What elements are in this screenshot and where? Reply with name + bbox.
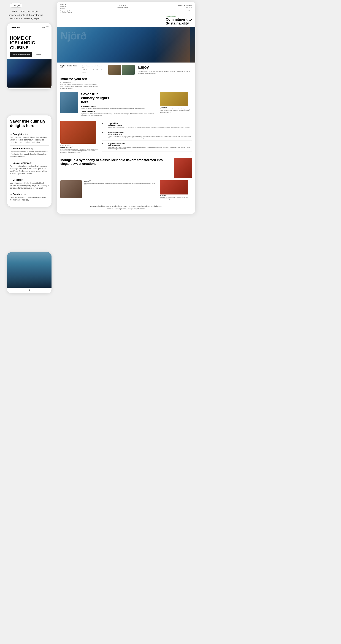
dessert-food-image — [60, 180, 82, 198]
features-right: 01 Sustainabilityand Local Sourcing Our … — [102, 120, 192, 153]
enjoy-desc: a variety of expertly prepared meals tha… — [138, 70, 192, 74]
immerse-desc: From the hearty lamb stew kjötsúpa, to t… — [60, 84, 100, 89]
enjoy-section: Enjoy a variety of expertly prepared mea… — [138, 65, 192, 74]
location-icon: ☉ — [42, 26, 45, 29]
cold-platter-title: → Cold platter [15] — [10, 133, 49, 136]
feature-item-3: 03 Attention to Presentationand Atmosphe… — [102, 141, 192, 152]
sweet-title: Indulge in a symphony of classic Iceland… — [60, 158, 171, 166]
menu-images — [108, 65, 134, 75]
dessert-desc: Each dish is thoughtfully designed to bl… — [84, 182, 157, 186]
hero-building — [154, 27, 190, 62]
locals-desc: Experience the dishes cherished by Icela… — [10, 165, 49, 175]
feature-label: Locals' favorites™ — [60, 145, 100, 146]
cold-platter-desc: Savor the freshness with this section, o… — [10, 136, 49, 144]
sust-title: Commitment toSustainability — [166, 18, 192, 25]
mobile-hero-image — [7, 59, 52, 88]
sweet-left: Indulge in a symphony of classic Iceland… — [60, 158, 171, 167]
dessert-label: Dessert™ — [84, 180, 157, 182]
nav-menu[interactable]: Menu — [188, 10, 192, 13]
menu-explore-title: Explore Njord's Menu — [60, 65, 78, 67]
nav-contacts[interactable]: Contacts — [178, 6, 192, 8]
locals-title: → Locals' favorites [9] — [10, 162, 49, 164]
savor-food-image — [60, 92, 78, 113]
desktop-mockup: Home of Icelandic cuisine 2015–2024 Evok… — [57, 2, 195, 214]
feature-num-3: 03 — [102, 142, 106, 150]
features-section: Locals' favorites™ Locals' favorites™ Ex… — [57, 119, 195, 156]
card3-hero-image — [7, 252, 52, 288]
feature-content-3: Attention to Presentationand Atmosphere … — [108, 142, 192, 150]
trad-meals-desc: Explore the essence of Iceland with our … — [10, 150, 49, 158]
nav-legacy: Legacy of Njord: A Culinary Odyssey — [60, 10, 72, 13]
mobile-mockup-1: NJÖRÐR ☉ ☰ HOME OF ICELANDIC CUISINE Mak… — [7, 23, 52, 89]
menu-year: 2024 — [60, 67, 78, 69]
trad-section-desc: Explore the essence of Iceland with our … — [81, 108, 157, 110]
menu-item-trad-meals: → Traditional meals [9] Explore the esse… — [10, 146, 49, 160]
sweet-section: Indulge in a symphony of classic Iceland… — [57, 156, 195, 180]
locals-section-desc: Experience the dishes cherished by Icela… — [81, 113, 157, 116]
menu-icon: ☰ — [46, 26, 49, 29]
savor-center: Savor trueculinary delightshere Traditio… — [81, 92, 157, 116]
feature-image — [60, 120, 96, 144]
cold-platter-caption-desc: Savor the freshness with this section, o… — [160, 108, 192, 113]
menu-button[interactable]: Menu — [34, 52, 44, 57]
cocktail-image — [174, 158, 192, 178]
immerse-section: Immerse yourself in a dining experience … — [57, 77, 195, 92]
cocktails-desc: Delve into the section, where traditiona… — [10, 196, 49, 201]
enjoy-title: Enjoy — [138, 65, 192, 70]
feature-desc: Experience the dishes cherished by Icela… — [60, 148, 100, 153]
menu-item-cocktails: → Cocktails [13] Delve into the section,… — [10, 191, 49, 203]
nav-right: Make A Reservation Contacts — [178, 5, 192, 8]
feature-desc-2: Explore a culinary world where time-hono… — [108, 136, 192, 139]
mobile-buttons: Make A Reservation Menu — [7, 52, 52, 59]
nav-cuisine-text: Icelandic — [60, 6, 66, 7]
sust-label: Embracing Nature — [166, 16, 192, 17]
cocktail-caption: Cocktails™ — [160, 195, 192, 196]
savor-title: Savor trueculinary delightshere — [81, 92, 157, 104]
feature-title-1: Sustainabilityand Local Sourcing — [108, 122, 192, 126]
feature-desc-1: Our ingredients are harvested from Icela… — [108, 126, 192, 128]
trad-section-title: Traditional meals™ — [81, 106, 157, 108]
dessert-desc: Each dish is thoughtfully designed to bl… — [10, 182, 49, 189]
nav-reservation[interactable]: Make A Reservation — [178, 5, 192, 6]
reservation-button[interactable]: Make A Reservation — [10, 52, 32, 57]
mobile-header: NJÖRÐR ☉ ☰ — [7, 23, 52, 30]
sust-right: Embracing Nature Commitment toSustainabi… — [166, 16, 192, 25]
cold-platter-image — [160, 92, 188, 106]
menu-item-cold-platter: → Cold platter [15] Savor the freshness … — [10, 131, 49, 146]
menu-item-dessert: → Dessert [8] Each dish is thoughtfully … — [10, 177, 49, 191]
food-image-1 — [108, 65, 121, 75]
savor-section: Savor trueculinary delightshere Traditio… — [57, 92, 195, 119]
cocktail-right: Cocktails™ Delve into the section where … — [160, 180, 192, 200]
nav-years: 2015–2024 — [119, 5, 126, 6]
feature-content-2: Traditional Techniqueswith a Modern Twis… — [108, 132, 192, 139]
immerse-left: Immerse yourself in a dining experience … — [60, 77, 160, 89]
bottom-text: In today's digital landscape, a website … — [86, 202, 166, 214]
menu-desc: Savor the essence of Iceland at Njörd, w… — [82, 65, 105, 73]
mobile-headline: HOME OF ICELANDIC CUISINE — [7, 30, 52, 52]
nav-home-text: Home of — [60, 4, 66, 6]
feature-num-2: 02 — [102, 132, 106, 139]
menu-enjoy-section: Explore Njord's Menu 2024 Savor the esse… — [57, 62, 195, 77]
design-label: Design — [10, 3, 22, 8]
cold-platter-caption: Cold platter — [160, 107, 192, 108]
menu-item-locals: → Locals' favorites [9] Experience the d… — [10, 160, 49, 177]
feature-item-2: 02 Traditional Techniqueswith a Modern T… — [102, 130, 192, 141]
sustainability-section: Embracing Nature Commitment toSustainabi… — [57, 14, 195, 27]
feature-num-1: 01 — [102, 122, 106, 128]
menu-info: Explore Njord's Menu 2024 — [60, 65, 78, 69]
dessert-title: → Dessert [8] — [10, 179, 49, 181]
mobile-card-3 — [7, 252, 52, 294]
feature-title-2: Traditional Techniqueswith a Modern Twis… — [108, 132, 192, 135]
locals-section-title: Locals' favorites™ — [81, 111, 157, 112]
mobile-card-2: Savor true culinary delights here → Cold… — [7, 116, 52, 207]
cocktail-caption-desc: Delve into the section where traditional… — [160, 196, 192, 200]
immerse-title: Immerse yourself — [60, 77, 160, 81]
features-left: Locals' favorites™ Locals' favorites™ Ex… — [60, 120, 100, 153]
immerse-right — [164, 77, 192, 89]
hero-brand-text: Njörð — [60, 30, 86, 41]
mobile-logo: NJÖRÐR — [10, 26, 20, 29]
left-description: When crafting the design, I considered n… — [7, 10, 44, 20]
trad-meals-title: → Traditional meals [9] — [10, 148, 49, 150]
cocktails-title: → Cocktails [13] — [10, 193, 49, 196]
cocktail-img — [160, 180, 188, 194]
